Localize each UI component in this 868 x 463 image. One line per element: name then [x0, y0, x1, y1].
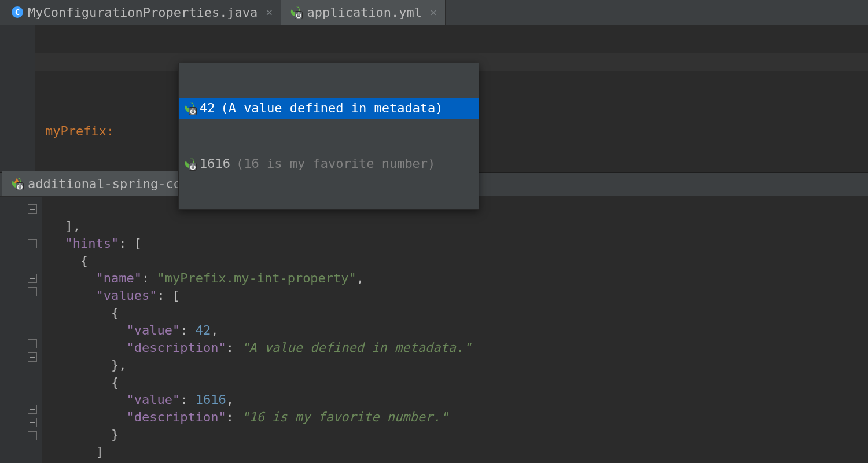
yaml-code-area[interactable]: myPrefix: my-int-property: ⏻ 42 (A value…	[35, 25, 868, 172]
fold-toggle-icon[interactable]	[28, 405, 37, 414]
code-text: :	[226, 340, 242, 355]
yaml-key: myPrefix:	[45, 124, 114, 138]
fold-toggle-icon[interactable]	[28, 431, 37, 440]
editor-top-pane: myPrefix: my-int-property: ⏻ 42 (A value…	[0, 25, 868, 172]
code-text: :	[180, 323, 196, 337]
fold-toggle-icon[interactable]	[28, 204, 37, 214]
code-text: :	[180, 392, 196, 407]
json-number: 42	[196, 323, 211, 337]
fold-toggle-icon[interactable]	[28, 239, 37, 248]
fold-toggle-icon[interactable]	[28, 339, 37, 348]
fold-toggle-icon[interactable]	[28, 352, 37, 362]
code-text: ]	[50, 444, 104, 459]
code-text: ,	[226, 392, 234, 407]
json-string: "A value defined in metadata."	[241, 340, 471, 355]
completion-description: (A value defined in metadata)	[221, 100, 443, 117]
json-number: 1616	[196, 392, 226, 407]
code-text: },	[50, 358, 126, 372]
spring-hint-icon: ⏻	[183, 157, 196, 170]
completion-popup: ⏻ 42 (A value defined in metadata) ⏻ 161…	[178, 63, 479, 210]
fold-toggle-icon[interactable]	[28, 418, 37, 427]
spring-config-icon: ⏻	[10, 177, 23, 190]
json-key: "value"	[126, 323, 180, 337]
fold-toggle-icon[interactable]	[28, 287, 37, 296]
json-key: "description"	[126, 340, 226, 355]
class-file-icon: C	[12, 6, 23, 18]
code-text	[50, 340, 126, 355]
code-text	[50, 392, 126, 407]
tab-application-yml[interactable]: ⏻ application.yml ×	[281, 0, 446, 25]
close-icon[interactable]: ×	[430, 5, 437, 19]
code-text: :	[226, 410, 242, 424]
top-tabbar: C MyConfigurationProperties.java × ⏻ app…	[0, 0, 868, 25]
spring-config-icon: ⏻	[289, 6, 302, 19]
completion-value: 42	[200, 100, 215, 117]
tab-label: application.yml	[307, 5, 422, 20]
code-text: {	[50, 375, 119, 389]
code-text	[50, 410, 126, 424]
code-text	[50, 323, 126, 337]
code-text: }	[50, 427, 119, 442]
tab-myconfigurationproperties[interactable]: C MyConfigurationProperties.java ×	[3, 0, 281, 25]
json-key: "value"	[126, 392, 180, 407]
spring-hint-icon: ⏻	[183, 102, 196, 115]
json-key: "description"	[126, 410, 226, 424]
editor-gutter	[0, 25, 35, 172]
close-icon[interactable]: ×	[266, 5, 273, 19]
completion-item[interactable]: ⏻ 42 (A value defined in metadata)	[179, 98, 479, 119]
tab-label: MyConfigurationProperties.java	[28, 5, 258, 20]
code-text: ,	[211, 323, 218, 337]
editor-gutter	[0, 197, 42, 463]
fold-toggle-icon[interactable]	[28, 274, 37, 283]
json-string: "16 is my favorite number."	[241, 410, 448, 424]
completion-description: (16 is my favorite number)	[236, 155, 435, 172]
